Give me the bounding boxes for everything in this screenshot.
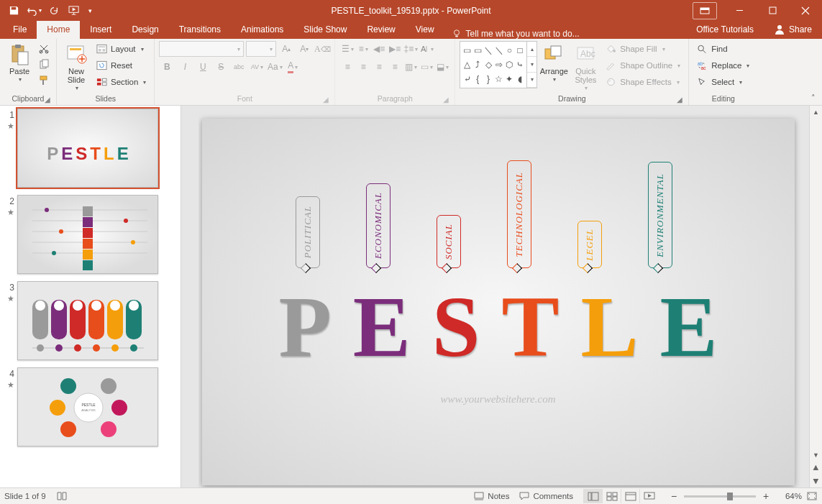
ribbon-display-options-button[interactable] [693,2,717,19]
redo-button[interactable] [45,2,63,19]
quick-styles-button[interactable]: Abc Quick Styles▾ [570,41,600,91]
increase-font-button[interactable]: A▴ [278,41,294,57]
tab-home[interactable]: Home [37,21,80,39]
increase-indent-button[interactable]: ▶≡ [387,41,403,57]
svg-rect-90 [607,497,611,500]
tab-file[interactable]: File [3,21,37,39]
sorter-view-button[interactable] [602,489,621,503]
tab-view[interactable]: View [406,21,444,39]
font-dialog-launcher[interactable]: ◢ [321,95,330,104]
tab-design[interactable]: Design [122,21,168,39]
maximize-button[interactable] [756,0,789,21]
columns-button[interactable]: ▥▾ [403,59,419,75]
paragraph-dialog-launcher[interactable]: ◢ [442,95,450,104]
clear-formatting-button[interactable]: A⌫ [314,41,330,57]
new-slide-button[interactable]: New Slide▾ [61,41,91,91]
slideshow-view-button[interactable] [639,489,658,503]
reset-button[interactable]: Reset [93,58,150,73]
scroll-down-button[interactable]: ▼ [810,449,822,462]
drawing-dialog-launcher[interactable]: ◢ [675,95,684,104]
spacing-button[interactable]: AV▾ [249,59,265,75]
zoom-percent[interactable]: 64% [776,492,802,500]
normal-view-button[interactable] [583,489,602,503]
slide-thumbnail-3[interactable] [17,281,158,360]
start-slideshow-button[interactable] [65,2,83,19]
change-case-button[interactable]: Aa▾ [267,59,283,75]
zoom-in-button[interactable]: + [760,490,772,502]
prev-slide-button[interactable]: ⯅ [810,462,822,475]
italic-button[interactable]: I [177,59,193,75]
slide-thumbnail-4[interactable]: PESTLEANALYSIS [17,367,158,446]
save-button[interactable] [4,2,23,19]
layout-button[interactable]: Layout▾ [93,41,150,57]
cut-button[interactable] [36,41,52,57]
share-button[interactable]: Share [764,21,822,39]
shapes-gallery[interactable]: ▭▭＼＼○□ △⤴◇⇨⬡⤷ ⤶{}☆✦◖ [460,41,527,88]
strikethrough-button[interactable]: S [213,59,229,75]
tell-me-search[interactable]: Tell me what you want to do... [452,29,687,39]
smartart-button[interactable]: ⬓▾ [434,59,450,75]
text-direction-button[interactable]: A▾ [419,41,434,57]
callout-label: ECONOMICAL [373,192,384,259]
shape-effects-button[interactable]: Shape Effects▾ [602,74,684,90]
spell-check-button[interactable] [56,491,68,501]
zoom-out-button[interactable]: − [668,490,680,502]
fit-to-window-button[interactable] [806,491,818,501]
slide-counter[interactable]: Slide 1 of 9 [4,492,46,500]
replace-button[interactable]: abacReplace▾ [693,58,753,73]
bullets-button[interactable]: ☰▾ [339,41,355,57]
tab-review[interactable]: Review [357,21,405,39]
shape-fill-button[interactable]: Shape Fill▾ [602,41,684,57]
tab-insert[interactable]: Insert [80,21,122,39]
justify-button[interactable]: ≡ [387,59,403,75]
group-editing: Find abacReplace▾ Select▾ Editing [689,39,757,105]
bold-button[interactable]: B [159,59,175,75]
underline-button[interactable]: U [195,59,211,75]
font-size-combo[interactable]: ▾ [246,41,276,57]
font-family-combo[interactable]: ▾ [159,41,244,57]
align-left-button[interactable]: ≡ [339,59,355,75]
notes-button[interactable]: Notes [474,492,509,500]
reading-view-button[interactable] [621,489,639,503]
shapes-gallery-scroll[interactable]: ▴▾▾ [527,41,537,88]
clipboard-dialog-launcher[interactable]: ◢ [43,95,52,104]
svg-rect-23 [97,83,101,86]
decrease-font-button[interactable]: A▾ [296,41,312,57]
slide-canvas[interactable]: PESTLE POLITICALECONOMICALSOCIALTECHNOLO… [202,119,795,485]
comments-button[interactable]: Comments [519,492,573,500]
slide-thumbnail-1[interactable]: PESTLE [17,109,158,188]
reset-icon [96,60,107,70]
decrease-indent-button[interactable]: ◀≡ [371,41,387,57]
thumbnail-pane[interactable]: 1★ PESTLE 2★ 3★ [0,106,181,487]
align-text-button[interactable]: ▭▾ [419,59,434,75]
tab-animations[interactable]: Animations [231,21,293,39]
undo-button[interactable]: ▾ [24,2,43,19]
qat-customize-button[interactable]: ▾ [85,2,95,19]
tab-slideshow[interactable]: Slide Show [293,21,357,39]
align-right-button[interactable]: ≡ [371,59,387,75]
minimize-button[interactable] [723,0,756,21]
collapse-ribbon-button[interactable]: ˄ [808,92,819,104]
shape-outline-button[interactable]: Shape Outline▾ [602,58,684,73]
scroll-up-button[interactable]: ▲ [810,106,822,119]
arrange-button[interactable]: Arrange▾ [539,41,569,83]
font-color-button[interactable]: A▾ [285,59,301,75]
vertical-scrollbar[interactable]: ▲ ▼ ⯅ ⯆ [809,106,822,487]
svg-rect-28 [551,46,561,56]
zoom-slider[interactable] [684,495,756,498]
shadow-button[interactable]: abc [231,59,247,75]
numbering-button[interactable]: ≡▾ [355,41,371,57]
line-spacing-button[interactable]: ‡≡▾ [403,41,419,57]
copy-button[interactable] [36,57,52,73]
slide-thumbnail-2[interactable] [17,195,158,274]
tab-office-tutorials[interactable]: Office Tutorials [686,21,764,39]
paste-button[interactable]: Paste▾ [4,41,35,83]
section-button[interactable]: Section▾ [93,74,150,90]
tab-transitions[interactable]: Transitions [169,21,231,39]
format-painter-button[interactable] [36,73,52,88]
align-center-button[interactable]: ≡ [355,59,371,75]
select-button[interactable]: Select▾ [693,74,746,90]
find-button[interactable]: Find [693,41,731,57]
close-button[interactable] [789,0,822,21]
next-slide-button[interactable]: ⯆ [810,475,822,487]
